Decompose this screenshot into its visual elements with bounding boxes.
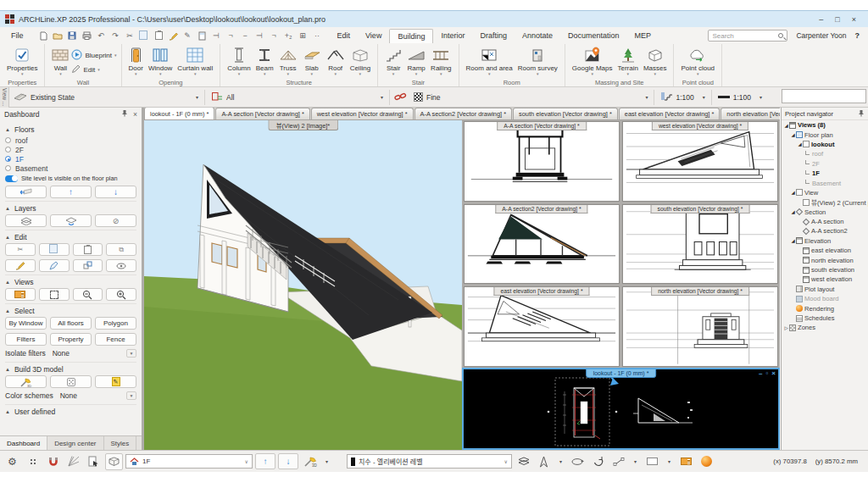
calculator-icon[interactable] bbox=[197, 30, 208, 42]
menu-annotate[interactable]: Annotate bbox=[515, 29, 560, 42]
cut-icon[interactable]: ✂ bbox=[125, 30, 136, 42]
annotation-scale-selector[interactable]: 1:100 bbox=[656, 89, 698, 106]
copy-icon[interactable] bbox=[139, 30, 150, 42]
annotation-scale-caret[interactable]: ▾ bbox=[698, 94, 709, 100]
beam-button[interactable]: Beam ▾ bbox=[253, 46, 276, 75]
color-dropdown-caret[interactable]: ▼ bbox=[126, 391, 136, 400]
pane-east-elevation[interactable]: east elevation [Vector drawing] * bbox=[464, 286, 620, 367]
tab-styles[interactable]: Styles bbox=[104, 436, 137, 450]
visibility-button[interactable] bbox=[106, 259, 136, 272]
ray-tracking-icon[interactable] bbox=[64, 453, 82, 470]
zoom-in-button[interactable] bbox=[106, 288, 136, 301]
zoom-out-button[interactable] bbox=[73, 288, 103, 301]
pin-icon[interactable] bbox=[121, 109, 128, 119]
menu-view[interactable]: View bbox=[358, 29, 389, 42]
tree-item-aa-section[interactable]: A-A section bbox=[782, 217, 868, 226]
floors-section-header[interactable]: ▲Floors bbox=[5, 123, 136, 134]
google-maps-button[interactable]: Google Maps ▾ bbox=[570, 46, 615, 75]
tab-aa-section[interactable]: A-A section [Vector drawing] * bbox=[215, 108, 309, 119]
image-view-button[interactable] bbox=[5, 288, 36, 301]
tree-item-floor-plan[interactable]: ◢Floor plan bbox=[782, 130, 868, 139]
pane-title[interactable]: east elevation [Vector drawing] * bbox=[493, 287, 589, 296]
render-image-icon[interactable] bbox=[677, 453, 695, 470]
select-property-button[interactable]: Property bbox=[50, 333, 92, 346]
tab-dashboard[interactable]: Dashboard bbox=[0, 436, 47, 450]
tree-item-zones[interactable]: ▷Zones bbox=[782, 323, 868, 332]
floor-down-button[interactable]: ↓ bbox=[95, 186, 136, 198]
pane-aa-section[interactable]: A-A section [Vector drawing] * bbox=[464, 121, 620, 202]
tree-item-west-elevation[interactable]: west elevation bbox=[782, 274, 868, 284]
format-painter-icon[interactable] bbox=[168, 30, 179, 42]
build-3d-section-header[interactable]: ▲Build 3D model bbox=[5, 362, 136, 374]
select-cursor-icon[interactable] bbox=[535, 453, 553, 470]
quick-command-input[interactable] bbox=[782, 89, 866, 103]
user-defined-section-header[interactable]: ▲User defined bbox=[5, 404, 136, 416]
column-button[interactable]: Column ▾ bbox=[225, 46, 253, 75]
toggle-on-icon[interactable] bbox=[5, 175, 18, 182]
pane-west-elevation[interactable]: west elevation [Vector drawing] * bbox=[622, 121, 778, 202]
coordinate-entry-icon[interactable]: +₂ bbox=[283, 30, 294, 42]
command-selector[interactable]: 치수 - 엘리베이션 레벨 ∨ bbox=[347, 454, 512, 469]
pane-title[interactable]: A-A section [Vector drawing] * bbox=[497, 122, 587, 130]
tree-item-schedules[interactable]: Schedules bbox=[782, 313, 868, 323]
dash-constraint-icon[interactable]: − bbox=[240, 30, 251, 42]
state-dropdown-caret[interactable]: ▾ bbox=[192, 94, 203, 100]
detail-level-selector[interactable]: Fine bbox=[409, 89, 445, 106]
minimize-button[interactable]: – bbox=[819, 15, 823, 24]
select-fence-button[interactable]: Fence bbox=[95, 333, 136, 346]
truss-button[interactable]: Truss ▾ bbox=[276, 46, 300, 75]
floor-selector[interactable]: 1F ∨ bbox=[125, 454, 253, 469]
rotate-view-icon[interactable] bbox=[589, 453, 607, 470]
tab-west-elevation[interactable]: west elevation [Vector drawing] * bbox=[311, 108, 414, 119]
tree-item-view[interactable]: ◢View bbox=[782, 188, 868, 197]
color-swatch-selector[interactable] bbox=[643, 453, 661, 470]
cad-minimize-icon[interactable]: – bbox=[759, 369, 762, 377]
tab-north-elevation[interactable]: north elevation [Vector drawing] * bbox=[721, 108, 780, 119]
layer-manager-button[interactable] bbox=[5, 214, 47, 227]
layers-section-header[interactable]: ▲Layers bbox=[5, 201, 136, 213]
layer-dropdown-caret[interactable]: ▾ bbox=[376, 94, 387, 100]
tree-item-lookout[interactable]: ◢lookout bbox=[782, 140, 868, 149]
zoom-extents-button[interactable] bbox=[39, 288, 70, 301]
viewport-3d-title[interactable]: 뷰(View) 2 [Image]* bbox=[268, 120, 338, 130]
cursor-dropdown-caret[interactable]: ▾ bbox=[555, 458, 566, 464]
tab-lookout-1f[interactable]: lookout - 1F (0 mm) * bbox=[144, 108, 214, 119]
roof-button[interactable]: Roof ▾ bbox=[324, 46, 348, 75]
eyedropper-button[interactable] bbox=[39, 259, 70, 272]
constraint-tee-icon[interactable]: ⊣ bbox=[211, 30, 222, 42]
grid-snap-icon[interactable] bbox=[24, 453, 42, 470]
ramp-button[interactable]: Ramp ▾ bbox=[404, 46, 428, 75]
terrain-button[interactable]: Terrain ▾ bbox=[615, 46, 640, 75]
site-level-toggle-row[interactable]: Site level is visible on the floor plan bbox=[5, 173, 136, 184]
edit-pencil-icon[interactable]: ✎ bbox=[182, 30, 193, 42]
cad-maximize-icon[interactable]: ▫ bbox=[765, 369, 768, 377]
page-cursor-icon[interactable] bbox=[85, 453, 103, 470]
pane-south-elevation[interactable]: south elevation [Vector drawing] * bbox=[622, 204, 778, 285]
detail-dropdown-caret[interactable]: ▾ bbox=[641, 94, 652, 100]
box-3d-icon[interactable] bbox=[105, 453, 123, 470]
viewport-3d[interactable]: 뷰(View) 2 [Image]* bbox=[144, 120, 462, 450]
cad-floorplan-pane[interactable]: lookout - 1F (0 mm) * – ▫ × bbox=[462, 368, 780, 450]
search-input[interactable]: Search bbox=[708, 30, 787, 42]
point-cloud-button[interactable]: Point cloud ▾ bbox=[678, 46, 717, 75]
menu-edit[interactable]: Edit bbox=[330, 29, 359, 42]
slab-button[interactable]: Slab ▾ bbox=[300, 46, 324, 75]
tab-aa-section2[interactable]: A-A section2 [Vector drawing] * bbox=[415, 108, 512, 119]
menu-interior[interactable]: Interior bbox=[433, 29, 472, 42]
orbit-view-icon[interactable] bbox=[569, 453, 587, 470]
tree-item-rendering[interactable]: Rendering bbox=[782, 303, 868, 313]
save-icon[interactable] bbox=[67, 30, 78, 42]
tree-item-basement[interactable]: Basement bbox=[782, 178, 868, 187]
room-survey-button[interactable]: Room survey ▾ bbox=[515, 46, 560, 75]
tree-item-views[interactable]: ◢Views (8) bbox=[782, 120, 868, 130]
tee-constraint-icon[interactable]: ⊣ bbox=[254, 30, 265, 42]
tab-east-elevation[interactable]: east elevation [Vector drawing] * bbox=[619, 108, 721, 119]
floor-navigate-button[interactable] bbox=[5, 186, 47, 198]
tree-item-view2[interactable]: 뷰(View) 2 (Current persp bbox=[782, 197, 868, 207]
pane-title[interactable]: south elevation [Vector drawing] * bbox=[651, 205, 750, 214]
floor-option-2f[interactable]: 2F bbox=[5, 145, 136, 154]
pane-aa-section2[interactable]: A-A section2 [Vector drawing] * bbox=[464, 204, 620, 285]
hammer-dropdown-caret[interactable]: ▾ bbox=[321, 458, 332, 464]
more-options-icon[interactable]: ·· bbox=[312, 30, 323, 42]
paste-icon[interactable] bbox=[153, 30, 164, 42]
